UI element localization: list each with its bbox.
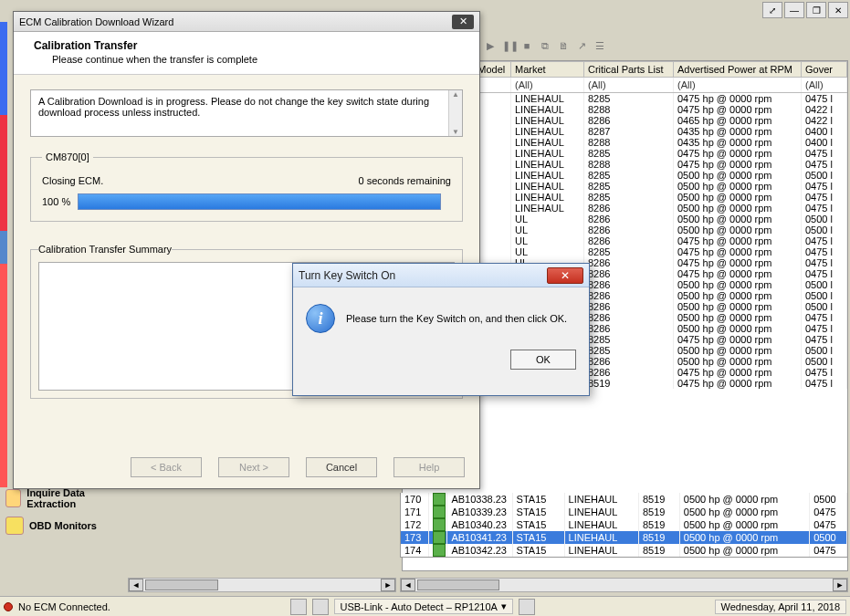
progress-remaining: 0 seconds remaining (358, 175, 451, 186)
wizard-title: ECM Calibration Download Wizard (19, 16, 452, 27)
dialog-close-button[interactable]: ✕ (547, 267, 583, 284)
status-icon-3[interactable] (519, 599, 535, 615)
color-strip (0, 22, 7, 487)
progress-group-label: CM870[0] (42, 151, 93, 162)
status-date: Wednesday, April 11, 2018 (715, 600, 846, 614)
col-filter[interactable]: (All) (511, 78, 584, 93)
flag-icon (433, 506, 446, 518)
window-controls: ⤢ — ❐ ✕ (762, 2, 848, 18)
message-scrollbar[interactable] (448, 90, 462, 136)
status-date-text: Wednesday, April 11, 2018 (721, 601, 840, 612)
dialog-title: Turn Key Switch On (299, 269, 547, 282)
ecm-wizard: ECM Calibration Download Wizard ✕ Calibr… (13, 11, 480, 489)
hscroll-left[interactable]: ◄ ► (128, 578, 396, 592)
wizard-close-button[interactable]: ✕ (452, 15, 474, 29)
statusbar: No ECM Connected. USB-Link - Auto Detect… (0, 596, 850, 616)
left-sidebar: Inquire Data Extraction OBD Monitors (4, 484, 122, 538)
status-dot-icon (4, 602, 13, 611)
progress-status: Closing ECM. (42, 175, 103, 186)
ok-button[interactable]: OK (510, 350, 576, 370)
flag-icon (433, 544, 446, 557)
col-filter[interactable]: (All) (674, 78, 802, 93)
adapter-select[interactable]: USB-Link - Auto Detect – RP1210A ▾ (334, 599, 513, 614)
col-filter[interactable]: (All) (584, 78, 674, 93)
expand-button[interactable]: ⤢ (762, 2, 782, 18)
adapter-label: USB-Link - Auto Detect – RP1210A (341, 601, 498, 612)
obd-icon (5, 517, 24, 535)
col-header[interactable]: Gover (802, 62, 847, 78)
calibration-table-lower[interactable]: 170 AB10338.23STA15LINEHAUL85190500 hp @… (400, 493, 848, 558)
minimize-button[interactable]: — (784, 2, 804, 18)
doc-icon[interactable]: 🗎 (557, 40, 570, 52)
table-row[interactable]: 173 AB10341.23STA15LINEHAUL85190500 hp @… (401, 531, 847, 544)
cancel-button[interactable]: Cancel (306, 457, 377, 477)
col-header[interactable]: Market (511, 62, 584, 78)
dialog-message: Please turn the Key Switch on, and then … (346, 313, 567, 324)
wizard-buttons: < Back Next > Cancel Help (131, 457, 465, 477)
back-button[interactable]: < Back (131, 457, 202, 477)
wizard-message: A Calibration Download is in progress. P… (30, 89, 463, 137)
info-icon: i (306, 304, 335, 333)
wizard-header: Calibration Transfer Please continue whe… (14, 32, 479, 75)
help-button[interactable]: Help (394, 457, 465, 477)
table-row[interactable]: 170 AB10338.23STA15LINEHAUL85190500 hp @… (401, 493, 847, 506)
next-button[interactable]: Next > (218, 457, 289, 477)
status-icon-1[interactable] (290, 599, 307, 615)
sidebar-item-label: OBD Monitors (29, 520, 97, 531)
media-toolbar: ▶ ❚❚ ■ ⧉ 🗎 ↗ ☰ (484, 40, 606, 52)
col-filter[interactable]: (All) (802, 78, 847, 93)
hscroll-right[interactable]: ◄ ► (400, 578, 848, 592)
flag-icon (433, 518, 446, 531)
flag-icon (433, 493, 446, 506)
progress-bar (78, 193, 441, 210)
wizard-message-text: A Calibration Download is in progress. P… (38, 96, 429, 118)
flag-icon (433, 531, 446, 544)
list-icon[interactable]: ☰ (593, 40, 606, 52)
export-icon[interactable]: ↗ (575, 40, 588, 52)
close-button[interactable]: ✕ (828, 2, 848, 18)
wizard-subheading: Please continue when the transfer is com… (52, 54, 459, 65)
col-header[interactable]: Critical Parts List (584, 62, 674, 78)
stop-icon[interactable]: ■ (520, 40, 533, 52)
table-row[interactable]: 172 AB10340.23STA15LINEHAUL85190500 hp @… (401, 518, 847, 531)
wizard-heading: Calibration Transfer (34, 39, 459, 52)
dialog-titlebar[interactable]: Turn Key Switch On ✕ (293, 264, 589, 287)
copy-icon[interactable]: ⧉ (539, 40, 551, 52)
sidebar-item-obd[interactable]: OBD Monitors (4, 513, 122, 538)
progress-percent: 100 % (42, 196, 70, 207)
wizard-titlebar[interactable]: ECM Calibration Download Wizard ✕ (14, 12, 479, 32)
table-row[interactable]: 174 AB10342.23STA15LINEHAUL85190500 hp @… (401, 544, 847, 557)
status-ecm: No ECM Connected. (18, 601, 110, 612)
sidebar-item-label: Inquire Data Extraction (26, 487, 121, 509)
progress-group: CM870[0] Closing ECM. 0 seconds remainin… (30, 151, 463, 222)
chevron-down-icon: ▾ (501, 600, 507, 612)
pause-icon[interactable]: ❚❚ (502, 40, 515, 52)
maximize-button[interactable]: ❐ (806, 2, 826, 18)
inquire-icon (5, 489, 21, 507)
play-icon[interactable]: ▶ (484, 40, 497, 52)
status-icon-2[interactable] (312, 599, 329, 615)
table-row[interactable]: 171 AB10339.23STA15LINEHAUL85190500 hp @… (401, 506, 847, 518)
summary-label: Calibration Transfer Summary (38, 244, 172, 255)
col-header[interactable]: Advertised Power at RPM (674, 62, 802, 78)
key-switch-dialog: Turn Key Switch On ✕ i Please turn the K… (292, 263, 590, 396)
